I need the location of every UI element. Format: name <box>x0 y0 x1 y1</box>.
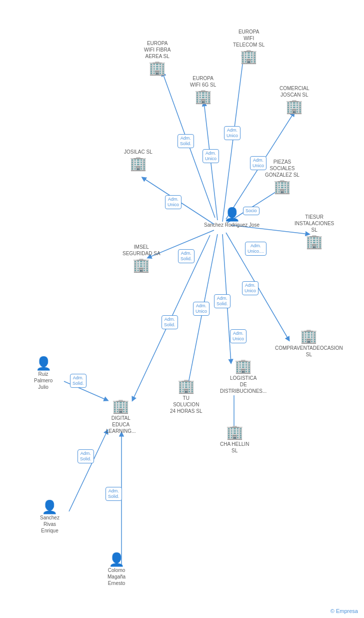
badge-adm-solid-ruiz: Adm.Solid. <box>70 374 86 388</box>
node-europa-wifi-telecom: EUROPAWIFITELECOM SL 🏢 <box>233 28 264 64</box>
node-ruiz-palmero: 👤 RuizPalmeroJulio <box>34 357 52 390</box>
imsel-label: IMSELSEGURIDAD SA <box>122 244 160 257</box>
node-colomo-magana: 👤 ColomoMagañaErnesto <box>108 553 126 586</box>
node-sanchez-rivas: 👤 SanchezRivasEnrique <box>40 500 60 534</box>
badge-adm-unico-cj: Adm.Unico <box>250 156 266 170</box>
badge-socio-psg: Socio <box>243 207 260 215</box>
building-icon-piezas: 🏢 <box>274 180 291 194</box>
node-compraventa: 🏢 COMPRAVENTADEOCASIONSL <box>275 329 343 358</box>
building-icon-digital: 🏢 <box>112 399 130 413</box>
building-icon-cha: 🏢 <box>226 425 244 439</box>
building-icon-6g: 🏢 <box>194 90 212 104</box>
person-icon-sanchez-rivas: 👤 <box>42 500 58 513</box>
node-logistica: 🏢 LOGISTICADEDISTRIBUCIONES... <box>220 359 266 394</box>
badge-adm-unico-comp: Adm.Unico <box>242 281 258 295</box>
node-europa-wifi-6g: EUROPAWIFI 6G SL 🏢 <box>190 74 216 104</box>
sanchez-rivas-label: SanchezRivasEnrique <box>40 514 60 534</box>
node-piezas-sociales: PIEZASSOCIALESGONZALEZ SL 🏢 <box>265 158 300 194</box>
compraventa-label: COMPRAVENTADEOCASIONSL <box>275 345 343 358</box>
copyright: © Empresa <box>330 608 358 614</box>
badge-adm-solid-sr: Adm.Solid. <box>106 487 122 501</box>
sanchez-rodriguez-label: Sanchez Rodriguez Jose <box>204 222 260 228</box>
node-cha-hellin: 🏢 CHA HELLINSL <box>220 425 249 454</box>
building-icon-compraventa: 🏢 <box>300 329 318 343</box>
badge-adm-solid-de: Adm.Solid. <box>162 315 178 329</box>
badge-adm-unico-e6g: Adm.Unico <box>202 149 219 163</box>
building-icon-imsel: 🏢 <box>132 258 150 272</box>
europa-wifi-fibra-label: EUROPAWIFI FIBRAAEREA SL <box>144 40 170 60</box>
europa-wifi-6g-label: EUROPAWIFI 6G SL <box>190 75 216 88</box>
piezas-sociales-label: PIEZASSOCIALESGONZALEZ SL <box>265 159 300 178</box>
person-icon-ruiz: 👤 <box>36 357 52 370</box>
building-icon-logistica: 🏢 <box>234 359 252 373</box>
node-tiesur: TIESURINSTALACIONESSL 🏢 <box>294 213 334 249</box>
person-icon: 👤 <box>224 208 240 221</box>
svg-line-15 <box>69 430 108 511</box>
badge-adm-unico-comp2: Adm.Unico <box>230 329 246 343</box>
badge-adm-solid-ewf: Adm.Solid. <box>178 134 194 148</box>
building-icon-tiesur: 🏢 <box>306 235 323 249</box>
josilac-label: JOSILAC SL <box>124 149 152 155</box>
colomo-magana-label: ColomoMagañaErnesto <box>108 567 126 586</box>
badge-adm-unico-jsl: Adm.Unico <box>165 195 182 209</box>
building-icon: 🏢 <box>240 50 258 64</box>
tiesur-label: TIESURINSTALACIONESSL <box>294 214 334 233</box>
node-josilac: JOSILAC SL 🏢 <box>124 148 152 171</box>
badge-adm-solid-log: Adm.Solid. <box>214 294 230 308</box>
badge-adm-solid-de2: Adm.Solid. <box>78 449 94 463</box>
cha-hellin-label: CHA HELLINSL <box>220 441 249 454</box>
node-comercial-joscan: COMERCIALJOSCAN SL 🏢 <box>280 84 309 114</box>
building-icon-tu: 🏢 <box>178 379 195 393</box>
building-icon-fibra: 🏢 <box>148 61 166 75</box>
europa-wifi-telecom-label: EUROPAWIFITELECOM SL <box>233 29 264 48</box>
badge-adm-unico-et: Adm.Unico <box>224 126 240 140</box>
node-tu-solucion: 🏢 TUSOLUCION24 HORAS SL <box>170 379 202 414</box>
building-icon-josilac: 🏢 <box>130 157 147 171</box>
badge-adm-unico-ts: Adm.Unico.... <box>245 242 266 256</box>
logistica-label: LOGISTICADEDISTRIBUCIONES... <box>220 375 266 394</box>
person-icon-colomo: 👤 <box>108 553 124 566</box>
building-icon-joscan: 🏢 <box>286 100 303 114</box>
digital-educa-label: DIGITALEDUCALEARNING... <box>106 415 136 434</box>
node-europa-wifi-fibra: EUROPAWIFI FIBRAAEREA SL 🏢 <box>144 39 170 75</box>
badge-adm-solid-imsel: Adm.Solid. <box>178 249 194 263</box>
badge-adm-unico-tu: Adm.Unico <box>193 302 210 316</box>
tu-solucion-label: TUSOLUCION24 HORAS SL <box>170 395 202 414</box>
ruiz-palmero-label: RuizPalmeroJulio <box>34 371 52 390</box>
comercial-joscan-label: COMERCIALJOSCAN SL <box>280 85 309 98</box>
node-imsel: IMSELSEGURIDAD SA 🏢 <box>122 243 160 272</box>
node-digital-educa: 🏢 DIGITALEDUCALEARNING... <box>106 399 136 434</box>
